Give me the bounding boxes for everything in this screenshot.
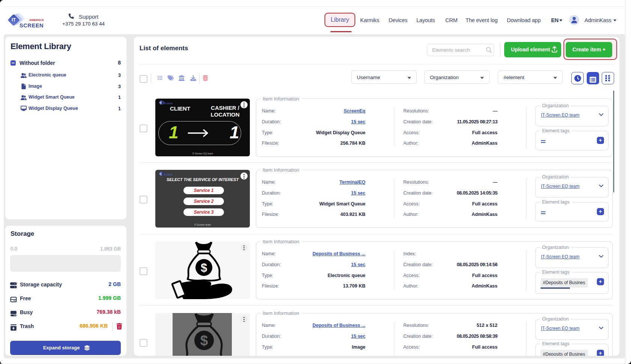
svg-text:$: $ <box>201 261 207 274</box>
svg-text:$: $ <box>200 333 208 348</box>
